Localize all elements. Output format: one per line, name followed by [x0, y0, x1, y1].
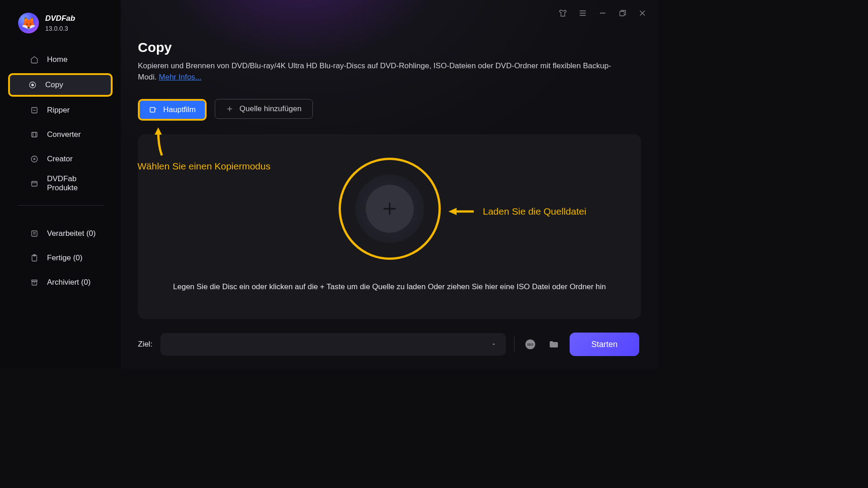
add-source-button[interactable]: Quelle hinzufügen — [215, 99, 313, 119]
sidebar-item-label: Home — [47, 55, 67, 64]
svg-rect-15 — [32, 182, 37, 187]
main-content: Copy Kopieren und Brennen von DVD/Blu-ra… — [121, 0, 658, 369]
svg-text:ISO: ISO — [527, 343, 533, 347]
page-description-text: Kopieren und Brennen von DVD/Blu-ray/4K … — [138, 61, 611, 81]
clipboard-icon — [30, 253, 39, 263]
footer: Ziel: ISO Starten — [138, 333, 641, 356]
footer-separator — [514, 337, 514, 352]
sidebar-item-ripper[interactable]: Ripper — [10, 99, 111, 121]
close-icon[interactable] — [637, 8, 647, 18]
add-source-label: Quelle hinzufügen — [240, 104, 302, 113]
svg-rect-22 — [32, 282, 37, 285]
logo-icon: 🦊 — [18, 13, 39, 33]
svg-point-14 — [34, 159, 35, 160]
annotation-load-text: Laden Sie die Quelldatei — [483, 206, 586, 217]
sidebar-item-copy[interactable]: Copy — [8, 73, 113, 97]
svg-rect-10 — [32, 132, 37, 137]
page-description: Kopieren und Brennen von DVD/Blu-ray/4K … — [138, 61, 617, 83]
chevron-down-icon — [491, 341, 497, 347]
sidebar-item-label: Verarbeitet (0) — [47, 229, 96, 238]
sidebar: 🦊 DVDFab 13.0.0.3 Home Copy Ripper Conve… — [0, 0, 121, 369]
sidebar-divider — [17, 205, 104, 206]
maximize-icon[interactable] — [618, 8, 627, 18]
mode-button-highlight: Hauptfilm — [138, 99, 207, 121]
sidebar-item-label: DVDFab Produkte — [47, 174, 98, 192]
annotation-arrow-load-icon — [448, 205, 474, 218]
drop-hint: Legen Sie die Disc ein oder klicken auf … — [173, 282, 606, 291]
menu-icon[interactable] — [578, 8, 588, 18]
annotation-load: Laden Sie die Quelldatei — [448, 205, 586, 218]
svg-rect-4 — [620, 11, 624, 16]
ripper-icon — [30, 106, 39, 115]
destination-select[interactable] — [160, 333, 506, 356]
nav-primary: Home Copy Ripper Converter Creator DVDFa… — [0, 48, 121, 195]
svg-point-8 — [32, 84, 34, 86]
sidebar-item-label: Ripper — [47, 106, 70, 115]
add-circle-highlight — [339, 158, 441, 260]
brand-name: DVDFab — [45, 14, 75, 23]
action-row: Hauptfilm Quelle hinzufügen — [138, 99, 641, 121]
sidebar-item-label: Converter — [47, 130, 81, 139]
nav-status: Verarbeitet (0) Fertige (0) Archiviert (… — [0, 222, 121, 294]
annotation-arrow-mode-icon — [149, 127, 172, 164]
archive-icon — [30, 278, 39, 287]
mode-icon — [149, 106, 157, 114]
sidebar-item-label: Fertige (0) — [47, 253, 82, 263]
svg-rect-24 — [150, 108, 155, 113]
sidebar-item-converter[interactable]: Converter — [10, 124, 111, 145]
list-icon — [30, 229, 39, 238]
copy-mode-button[interactable]: Hauptfilm — [140, 101, 205, 119]
sidebar-item-creator[interactable]: Creator — [10, 148, 111, 170]
shirt-icon[interactable] — [558, 8, 568, 18]
sidebar-item-finished[interactable]: Fertige (0) — [10, 247, 111, 269]
iso-button[interactable]: ISO — [523, 337, 538, 352]
disc-copy-icon — [28, 80, 37, 89]
add-circle-outer — [355, 174, 424, 243]
svg-marker-32 — [448, 208, 457, 215]
svg-marker-31 — [155, 127, 162, 135]
sidebar-item-home[interactable]: Home — [10, 49, 111, 70]
mode-label: Hauptfilm — [163, 105, 196, 114]
sidebar-item-archived[interactable]: Archiviert (0) — [10, 272, 111, 293]
dest-label: Ziel: — [138, 340, 152, 349]
sidebar-item-label: Archiviert (0) — [47, 278, 90, 287]
folder-button[interactable] — [546, 337, 561, 352]
sidebar-item-label: Copy — [45, 80, 63, 89]
home-icon — [30, 55, 39, 64]
add-source-circle-button[interactable] — [366, 185, 414, 233]
products-icon — [30, 179, 39, 188]
svg-point-13 — [31, 156, 38, 162]
sidebar-item-processed[interactable]: Verarbeitet (0) — [10, 223, 111, 244]
minimize-icon[interactable] — [598, 8, 608, 18]
svg-rect-16 — [32, 231, 37, 236]
brand: 🦊 DVDFab 13.0.0.3 — [0, 13, 121, 42]
converter-icon — [30, 130, 39, 139]
page-title: Copy — [138, 40, 641, 55]
titlebar — [547, 0, 658, 26]
brand-version: 13.0.0.3 — [45, 25, 75, 32]
plus-icon — [226, 105, 233, 113]
more-info-link[interactable]: Mehr Infos... — [159, 73, 201, 81]
sidebar-item-label: Creator — [47, 155, 73, 164]
sidebar-item-products[interactable]: DVDFab Produkte — [10, 173, 111, 194]
creator-icon — [30, 155, 39, 164]
start-button[interactable]: Starten — [570, 333, 639, 356]
